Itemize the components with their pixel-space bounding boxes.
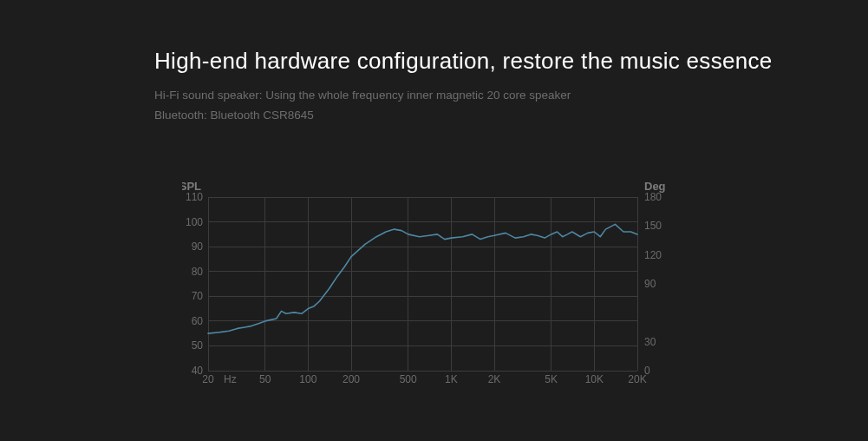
svg-text:90: 90 [192, 240, 204, 253]
svg-text:180: 180 [644, 191, 662, 203]
svg-text:110: 110 [186, 191, 203, 203]
svg-text:40: 40 [192, 365, 204, 377]
svg-text:150: 150 [644, 220, 662, 232]
svg-text:120: 120 [644, 249, 662, 261]
svg-text:50: 50 [192, 339, 204, 352]
svg-text:20: 20 [202, 373, 214, 385]
frequency-response-chart: 40506070809010011020501002005001K2K5K10K… [182, 178, 672, 395]
svg-text:90: 90 [644, 278, 656, 290]
svg-text:2K: 2K [488, 373, 501, 385]
svg-text:100: 100 [299, 373, 317, 385]
svg-text:10K: 10K [585, 373, 604, 385]
svg-text:dBSPL: dBSPL [182, 180, 201, 193]
svg-text:80: 80 [192, 266, 204, 278]
svg-text:Hz: Hz [224, 373, 237, 385]
svg-text:60: 60 [192, 315, 204, 327]
svg-text:30: 30 [644, 336, 656, 348]
svg-text:5K: 5K [545, 373, 558, 385]
page-title: High-end hardware configuration, restore… [154, 48, 868, 75]
svg-text:0: 0 [644, 365, 650, 377]
svg-text:500: 500 [400, 373, 417, 385]
svg-text:50: 50 [259, 373, 271, 385]
svg-text:Deg: Deg [644, 180, 666, 193]
subtitle-line-2: Bluetooth: Bluetooth CSR8645 [154, 107, 868, 125]
svg-text:200: 200 [343, 373, 360, 385]
svg-text:1K: 1K [445, 373, 458, 385]
svg-text:100: 100 [186, 216, 203, 228]
svg-text:70: 70 [192, 290, 204, 302]
subtitle-line-1: Hi-Fi sound speaker: Using the whole fre… [154, 87, 868, 105]
